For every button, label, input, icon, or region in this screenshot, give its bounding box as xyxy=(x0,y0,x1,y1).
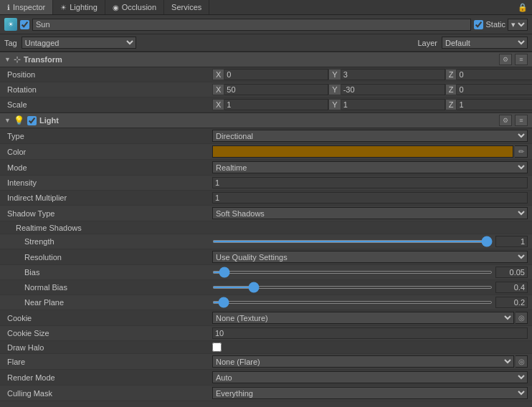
position-x-label: X xyxy=(212,69,224,80)
scale-xyz: X Y Z xyxy=(212,99,532,110)
scale-z-field: Z xyxy=(445,99,532,110)
transform-icon: ⊹ xyxy=(14,54,21,64)
tag-label: Tag xyxy=(4,39,17,47)
light-intensity-row: Intensity xyxy=(0,176,532,191)
transform-chevron[interactable]: ▼ xyxy=(4,56,11,63)
static-label: Static xyxy=(485,20,505,29)
layer-select[interactable]: Default xyxy=(442,37,528,49)
object-name-input[interactable] xyxy=(32,19,471,31)
light-title: Light xyxy=(39,116,496,125)
object-enabled-checkbox[interactable] xyxy=(20,20,29,29)
position-y-label: Y xyxy=(328,69,341,80)
inspector-panel: ☀ Static ▾ Tag Untagged Layer Default ▼ … xyxy=(0,15,532,407)
culling-mask-row: Culling Mask Everything Nothing Default xyxy=(0,386,532,401)
tab-occlusion-label: Occlusion xyxy=(122,3,156,11)
tab-lighting-label: Lighting xyxy=(70,3,98,11)
scale-x-field: X xyxy=(212,99,328,110)
color-picker-btn[interactable]: ✏ xyxy=(515,145,528,158)
rotation-z-label: Z xyxy=(445,84,457,95)
tab-spacer xyxy=(209,0,513,14)
light-mode-select[interactable]: Realtime Mixed Baked xyxy=(212,161,528,173)
realtime-shadows-label: Realtime Shadows xyxy=(4,224,212,232)
cookie-select[interactable]: None (Texture) xyxy=(212,312,514,324)
transform-menu-btn[interactable]: ≡ xyxy=(515,54,528,65)
cookie-size-row: Cookie Size xyxy=(0,326,532,341)
static-dropdown[interactable]: ▾ xyxy=(508,19,528,31)
light-chevron[interactable]: ▼ xyxy=(4,117,11,124)
scale-x-label: X xyxy=(212,99,224,110)
rotation-x-input[interactable] xyxy=(224,84,328,95)
strength-value-input[interactable] xyxy=(495,236,528,247)
position-xyz: X Y Z xyxy=(212,69,532,80)
position-y-field: Y xyxy=(328,69,445,80)
cookie-value: None (Texture) ◎ xyxy=(212,312,528,324)
culling-mask-select[interactable]: Everything Nothing Default xyxy=(212,387,528,399)
tab-occlusion[interactable]: ◉ Occlusion xyxy=(105,0,164,14)
light-color-swatch[interactable] xyxy=(212,145,513,158)
cookie-size-input[interactable] xyxy=(212,327,528,339)
light-indirect-row: Indirect Multiplier xyxy=(0,191,532,206)
bias-value-input[interactable] xyxy=(495,267,528,278)
light-settings-btn[interactable]: ⚙ xyxy=(499,115,512,126)
light-intensity-input[interactable] xyxy=(212,177,528,188)
static-checkbox[interactable] xyxy=(474,20,483,29)
light-type-label: Type xyxy=(4,132,212,140)
flare-label: Flare xyxy=(4,358,212,366)
near-plane-slider[interactable] xyxy=(212,301,493,304)
cookie-row: Cookie None (Texture) ◎ xyxy=(0,310,532,326)
light-mode-row: Mode Realtime Mixed Baked xyxy=(0,160,532,176)
draw-halo-checkbox[interactable] xyxy=(212,343,222,352)
cookie-target-btn[interactable]: ◎ xyxy=(516,312,528,324)
lighting-tab-icon: ☀ xyxy=(60,4,67,11)
occlusion-tab-icon: ◉ xyxy=(113,4,119,11)
light-menu-btn[interactable]: ≡ xyxy=(515,115,528,126)
resolution-select[interactable]: Use Quality Settings Low Medium High Ver… xyxy=(212,251,528,263)
light-indirect-input[interactable] xyxy=(212,192,528,204)
rotation-z-input[interactable] xyxy=(457,84,532,95)
normal-bias-slider[interactable] xyxy=(212,286,493,289)
cookie-size-label: Cookie Size xyxy=(4,329,212,337)
bias-row: Bias xyxy=(0,265,532,280)
shadow-type-select[interactable]: Soft Shadows Hard Shadows No Shadows xyxy=(212,207,528,219)
normal-bias-slider-group xyxy=(212,282,528,293)
tab-lighting[interactable]: ☀ Lighting xyxy=(53,0,105,14)
rotation-y-field: Y xyxy=(328,84,445,95)
flare-target-btn[interactable]: ◎ xyxy=(516,355,528,368)
light-color-row: Color ✏ xyxy=(0,144,532,160)
normal-bias-value-input[interactable] xyxy=(495,282,528,293)
position-y-input[interactable] xyxy=(341,69,445,80)
cookie-size-value xyxy=(212,327,528,339)
shadow-type-row: Shadow Type Soft Shadows Hard Shadows No… xyxy=(0,206,532,221)
light-icon: 💡 xyxy=(14,115,24,125)
light-header: ▼ 💡 Light ⚙ ≡ xyxy=(0,112,532,128)
rotation-x-label: X xyxy=(212,84,224,95)
light-enabled-checkbox[interactable] xyxy=(27,116,37,125)
position-z-input[interactable] xyxy=(457,69,532,80)
light-type-value: Directional Point Spot Area xyxy=(212,130,528,142)
object-icon: ☀ xyxy=(4,18,17,31)
scale-x-input[interactable] xyxy=(224,99,328,110)
bias-label: Bias xyxy=(4,268,212,277)
strength-slider[interactable] xyxy=(212,240,493,243)
position-x-input[interactable] xyxy=(224,69,328,80)
lock-icon[interactable]: 🔒 xyxy=(513,0,532,14)
tab-services[interactable]: Services xyxy=(164,0,209,14)
scale-y-input[interactable] xyxy=(341,99,445,110)
light-mode-label: Mode xyxy=(4,163,212,172)
near-plane-value-input[interactable] xyxy=(495,297,528,308)
transform-settings-btn[interactable]: ⚙ xyxy=(499,54,512,65)
render-mode-select[interactable]: Auto Important Not Important xyxy=(212,371,528,383)
rotation-row: Rotation X Y Z xyxy=(0,82,532,97)
culling-mask-label: Culling Mask xyxy=(4,389,212,398)
bias-slider[interactable] xyxy=(212,271,493,274)
light-type-select[interactable]: Directional Point Spot Area xyxy=(212,130,528,142)
tab-inspector[interactable]: ℹ Inspector xyxy=(0,0,53,14)
rotation-y-input[interactable] xyxy=(341,84,445,95)
tab-bar: ℹ Inspector ☀ Lighting ◉ Occlusion Servi… xyxy=(0,0,532,15)
realtime-shadows-section: Realtime Shadows xyxy=(0,221,532,234)
scale-z-input[interactable] xyxy=(457,99,532,110)
strength-label: Strength xyxy=(4,237,212,246)
flare-select[interactable]: None (Flare) xyxy=(212,355,514,368)
tag-select[interactable]: Untagged xyxy=(22,37,136,49)
position-label: Position xyxy=(4,70,212,79)
